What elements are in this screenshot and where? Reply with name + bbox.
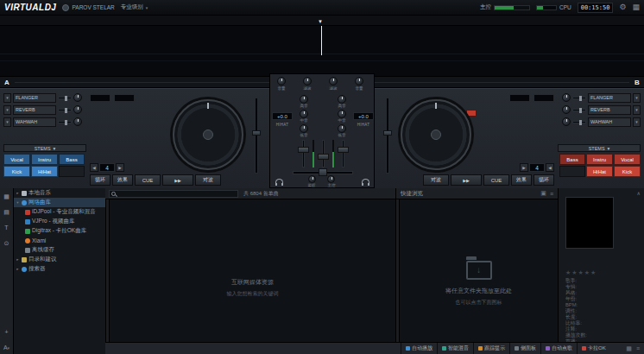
fx-drywet-slider[interactable]: [58, 109, 72, 111]
fx-knob[interactable]: [73, 117, 82, 126]
stem-bass-button[interactable]: Bass: [59, 154, 85, 165]
stem-kick-button[interactable]: Kick: [3, 166, 30, 177]
master-volume-knob[interactable]: [327, 175, 335, 183]
mixer-volume-knob-right[interactable]: [355, 77, 363, 85]
play-button[interactable]: ▶▶: [162, 174, 193, 186]
effects-tab-button[interactable]: 效果: [511, 174, 532, 186]
play-button[interactable]: ▶▶: [451, 174, 482, 186]
loop-half-button[interactable]: ◀: [90, 163, 98, 172]
pin-icon[interactable]: ▣: [540, 190, 546, 197]
eq-mid-knob-right[interactable]: [338, 110, 346, 118]
sync-button[interactable]: 对波: [195, 174, 221, 186]
fx-knob[interactable]: [562, 105, 571, 114]
folder-list-icon[interactable]: ▤: [3, 209, 9, 215]
headphone-cue-right-icon[interactable]: [362, 179, 369, 184]
history-icon[interactable]: ⊙: [4, 240, 9, 246]
jog-wheel-b[interactable]: [401, 99, 471, 170]
mixer-filter-knob-right[interactable]: [329, 77, 338, 85]
fx-drywet-slider[interactable]: [572, 121, 586, 123]
sidebar-item-local-music[interactable]: ▸ 本地音乐: [14, 188, 105, 198]
sync-button[interactable]: 对波: [423, 174, 449, 186]
layout-grid-icon[interactable]: ▦: [632, 3, 640, 11]
eq-mid-knob-left[interactable]: [300, 110, 308, 118]
stems-header[interactable]: STEMS ▾: [558, 144, 641, 152]
loop-half-button[interactable]: ◀: [546, 163, 554, 172]
panels-icon[interactable]: ▦: [3, 193, 9, 199]
search-input[interactable]: [109, 190, 238, 198]
stem-bass-button[interactable]: Bass: [559, 154, 585, 165]
loop-tab-button[interactable]: 循环: [534, 174, 554, 186]
skill-mode-dropdown[interactable]: 专业级别 ▾: [121, 3, 148, 11]
menu-icon[interactable]: ≡: [550, 191, 553, 197]
crossfader-handle[interactable]: [319, 168, 327, 176]
fx-knob[interactable]: [562, 93, 571, 102]
jog-wheel-a[interactable]: [173, 99, 243, 170]
settings-gear-icon[interactable]: ⚙: [619, 3, 626, 11]
rating-stars[interactable]: ★★★★★: [565, 269, 597, 276]
channel-fader-right[interactable]: [338, 147, 349, 153]
fx-drywet-slider[interactable]: [572, 109, 586, 111]
fx-slot-flanger[interactable]: ▾ FLANGER: [3, 92, 86, 103]
sidebar-item-vjpro[interactable]: VJPro - 视频曲库: [14, 217, 105, 226]
pitch-fader-a[interactable]: [252, 98, 261, 174]
loop-double-button[interactable]: ▶: [520, 163, 528, 172]
sidebar-item-digitrax[interactable]: Digitrax - 卡拉OK曲库: [14, 226, 105, 236]
stem-instru-button[interactable]: Instru: [31, 154, 58, 165]
stem-hihat-button[interactable]: HiHat: [31, 166, 58, 177]
file-list-panel[interactable]: 互联网媒体资源 输入您想检索的关键词: [110, 199, 395, 342]
loop-tab-button[interactable]: 循环: [90, 174, 110, 186]
waveform-display[interactable]: [0, 26, 644, 76]
track-hint-button[interactable]: 跟踪提示: [473, 343, 509, 354]
text-view-icon[interactable]: T: [4, 224, 8, 231]
pitch-handle[interactable]: [383, 130, 392, 136]
channel-fader-center[interactable]: [318, 154, 329, 160]
stem-vocal-button[interactable]: Vocal: [3, 154, 30, 165]
sidebar-item-offline-cache[interactable]: 离线缓存: [14, 245, 105, 255]
eq-high-knob-left[interactable]: [300, 95, 308, 104]
sidebar-item-folders[interactable]: ▸ 目录和建议: [14, 255, 105, 264]
loop-double-button[interactable]: ▶: [116, 163, 124, 172]
eq-low-knob-right[interactable]: [338, 124, 346, 133]
sidebar-item-online-library[interactable]: ▾ 网络曲库: [14, 198, 105, 207]
list-view-icon[interactable]: ≡: [636, 345, 640, 352]
auto-request-button[interactable]: 自动点歌: [540, 343, 577, 354]
fx-slot-wahwah[interactable]: ▾ WAHWAH: [558, 117, 641, 127]
fx-slot-reverb[interactable]: ▾ REVERB: [3, 104, 86, 115]
quick-browse-panel[interactable]: ↓ 将任意文件夹拖放至此处 也可以点击下面图标: [400, 199, 558, 342]
stem-kick-button[interactable]: Kick: [614, 166, 641, 177]
effects-tab-button[interactable]: 效果: [112, 174, 133, 186]
fx-drywet-slider[interactable]: [572, 97, 586, 99]
pitch-fader-b[interactable]: [383, 98, 392, 174]
eq-high-knob-right[interactable]: [338, 95, 346, 104]
fx-knob[interactable]: [73, 93, 82, 102]
add-icon[interactable]: +: [4, 329, 8, 335]
cue-mix-knob[interactable]: [308, 175, 316, 183]
grid-view-icon[interactable]: ▦: [626, 345, 632, 352]
collapse-panel-icon[interactable]: ∧: [637, 190, 641, 196]
sideview-button[interactable]: 侧面板: [509, 343, 540, 354]
cue-button[interactable]: CUE: [135, 174, 161, 186]
fx-drywet-slider[interactable]: [58, 121, 72, 123]
sidebar-item-search[interactable]: ▸ 搜索器: [14, 264, 105, 274]
sidebar-item-xiami[interactable]: Xiami: [14, 236, 105, 245]
fx-knob[interactable]: [562, 117, 571, 126]
fx-knob[interactable]: [73, 105, 82, 114]
fx-slot-flanger[interactable]: ▾ FLANGER: [558, 92, 641, 103]
stem-instru-button[interactable]: Instru: [586, 154, 613, 165]
mixer-filter-knob-left[interactable]: [303, 77, 312, 85]
stem-vocal-button[interactable]: Vocal: [614, 154, 641, 165]
stems-header[interactable]: STEMS ▾: [3, 144, 86, 152]
smartmix-button[interactable]: 智能混音: [437, 343, 473, 354]
karaoke-button[interactable]: 卡拉OK: [577, 343, 610, 354]
stem-hihat-button[interactable]: HiHat: [586, 166, 613, 177]
cue-button[interactable]: CUE: [483, 174, 509, 186]
font-size-control[interactable]: A▾: [3, 345, 9, 351]
pitch-handle[interactable]: [252, 130, 261, 136]
automix-button[interactable]: 自动播放: [401, 343, 437, 354]
sidebar-item-idjpool[interactable]: iDJPool - 专业音频和混音: [14, 207, 105, 217]
fx-slot-wahwah[interactable]: ▾ WAHWAH: [3, 117, 86, 127]
fx-drywet-slider[interactable]: [58, 97, 72, 99]
eq-low-knob-left[interactable]: [300, 124, 308, 133]
user-account[interactable]: PAROV STELAR: [62, 4, 114, 11]
fx-slot-reverb[interactable]: ▾ REVERB: [558, 104, 641, 115]
